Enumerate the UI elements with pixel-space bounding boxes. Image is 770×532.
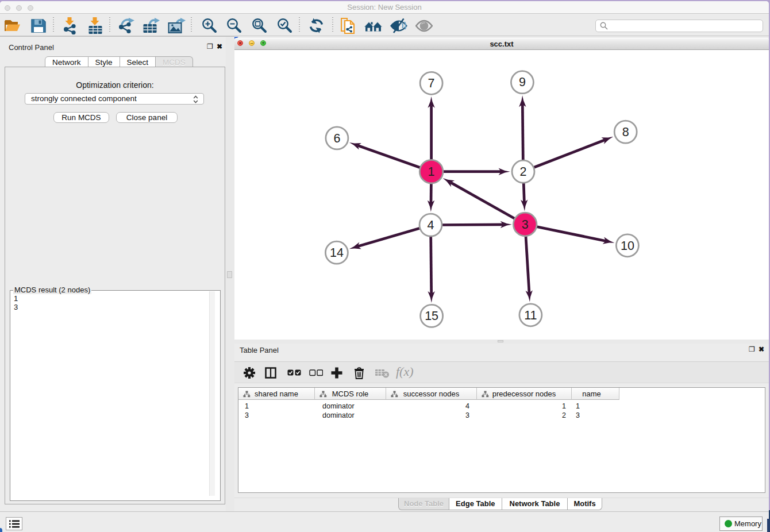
svg-text:6: 6 bbox=[333, 132, 340, 145]
svg-text:2: 2 bbox=[520, 165, 527, 179]
svg-text:15: 15 bbox=[425, 309, 438, 323]
svg-text:3: 3 bbox=[522, 218, 529, 232]
svg-text:14: 14 bbox=[330, 246, 344, 260]
svg-text:11: 11 bbox=[524, 309, 537, 322]
svg-text:1: 1 bbox=[428, 165, 435, 179]
svg-text:10: 10 bbox=[621, 239, 634, 253]
svg-text:9: 9 bbox=[519, 75, 526, 89]
svg-text:7: 7 bbox=[428, 76, 435, 90]
svg-text:8: 8 bbox=[622, 125, 629, 139]
svg-text:4: 4 bbox=[428, 218, 434, 232]
